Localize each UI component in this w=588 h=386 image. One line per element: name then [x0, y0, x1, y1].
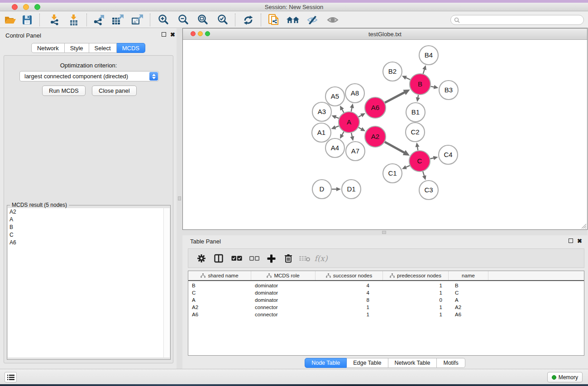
function-builder-icon: f(x) [314, 254, 327, 263]
delete-table-button[interactable] [298, 252, 311, 265]
minimize-view-button[interactable] [198, 31, 203, 36]
table-row[interactable]: A2connector11A2 [188, 304, 584, 311]
mcds-result-list[interactable]: A2ABCA6 [8, 208, 163, 357]
vertical-splitter[interactable] [177, 28, 182, 369]
result-scrollbar[interactable] [163, 208, 170, 357]
tab-motifs[interactable]: Motifs [437, 358, 465, 368]
clone-network-button[interactable] [266, 13, 282, 27]
export-network-icon [93, 14, 105, 26]
tab-network[interactable]: Network [31, 43, 65, 53]
close-panel-button[interactable]: Close panel [92, 86, 137, 96]
column-header-successor-nodes[interactable]: successor nodes [316, 271, 383, 280]
edge-A2-C[interactable] [385, 142, 405, 153]
first-neighbors-button[interactable] [285, 13, 301, 27]
export-network-button[interactable] [91, 13, 107, 27]
show-graphics-details-button[interactable] [325, 13, 341, 27]
import-table-button[interactable] [66, 13, 82, 27]
function-builder-button[interactable]: f(x) [314, 252, 328, 265]
tab-node-table[interactable]: Node Table [305, 358, 347, 368]
result-item[interactable]: A2 [8, 208, 163, 216]
close-view-button[interactable] [191, 31, 196, 36]
zoom-fit-button[interactable] [195, 13, 211, 27]
table-cell: A [188, 296, 251, 304]
float-panel-icon[interactable] [569, 238, 573, 243]
table-cell: A2 [449, 304, 488, 311]
zoom-selected-button[interactable] [215, 13, 231, 27]
splitter-grip[interactable] [382, 231, 386, 234]
arrowhead-icon [422, 65, 426, 70]
open-session-button[interactable] [2, 13, 18, 27]
task-history-button[interactable] [5, 372, 17, 382]
minimize-window-button[interactable] [23, 4, 29, 10]
table-row[interactable]: A6connector11A6 [188, 311, 584, 318]
criterion-select[interactable]: largest connected component (directed) [19, 71, 159, 81]
select-stepper-icon [149, 72, 158, 81]
export-image-button[interactable] [129, 13, 145, 27]
deselect-all-columns-button[interactable] [248, 252, 261, 265]
import-network-button[interactable] [46, 13, 62, 27]
close-panel-icon[interactable]: ✖ [577, 239, 582, 243]
tab-network-table[interactable]: Network Table [388, 358, 437, 368]
float-panel-icon[interactable] [162, 32, 166, 37]
zoom-window-button[interactable] [34, 4, 40, 10]
node-label-C4: C4 [444, 151, 452, 158]
column-label: MCDS role [274, 273, 299, 278]
column-header-name[interactable]: name [449, 271, 488, 280]
network-window-titlebar[interactable]: testGlobe.txt [183, 29, 587, 40]
delete-column-button[interactable] [282, 252, 295, 265]
search-input[interactable] [462, 16, 579, 24]
run-mcds-button[interactable]: Run MCDS [42, 86, 86, 96]
column-header-predecessor-nodes[interactable]: predecessor nodes [383, 271, 449, 280]
node-label-B: B [418, 80, 422, 88]
column-label: name [462, 273, 475, 278]
network-title: testGlobe.txt [183, 29, 587, 40]
select-all-columns-button[interactable] [230, 252, 244, 265]
result-item[interactable]: A [8, 216, 163, 224]
result-item[interactable]: C [8, 231, 163, 239]
tab-edge-table[interactable]: Edge Table [347, 358, 388, 368]
horizontal-splitter[interactable] [182, 230, 588, 235]
column-browser-button[interactable] [212, 252, 225, 265]
column-browser-icon [214, 254, 223, 263]
export-table-button[interactable] [110, 13, 126, 27]
splitter-grip[interactable] [178, 196, 181, 200]
table-cell: 1 [383, 311, 449, 318]
node-table[interactable]: shared nameMCDS rolesuccessor nodesprede… [188, 271, 584, 356]
zoom-out-button[interactable] [175, 13, 191, 27]
node-label-A5: A5 [331, 92, 339, 100]
desktop-strip [0, 384, 588, 386]
result-item[interactable]: A6 [8, 239, 163, 247]
tab-mcds[interactable]: MCDS [117, 43, 145, 53]
table-row[interactable]: Bdominator41B [188, 282, 584, 289]
gear-icon [197, 254, 206, 263]
add-column-button[interactable] [264, 252, 278, 265]
close-panel-icon[interactable]: ✖ [170, 33, 175, 37]
column-header-MCDS-role[interactable]: MCDS role [251, 271, 316, 280]
table-cell: 1 [383, 282, 449, 289]
table-row[interactable]: Cdominator41C [188, 289, 584, 296]
edge-A6-B[interactable] [385, 92, 405, 103]
network-graph-canvas[interactable]: B4B2BB3A8A5A6A3B1AA1C2A2A4A7C4CC1C3DD1 [183, 40, 587, 229]
refresh-view-button[interactable] [240, 13, 256, 27]
table-row[interactable]: Adominator80A [188, 296, 584, 304]
tab-select[interactable]: Select [89, 43, 117, 53]
network-view-window: testGlobe.txt B4B2BB3A8A5A6A3B1AA1C2A2A4… [182, 28, 588, 230]
zoom-view-button[interactable] [205, 31, 210, 36]
open-session-icon [4, 14, 16, 25]
save-session-button[interactable] [19, 13, 35, 27]
network-search-box[interactable] [450, 15, 584, 25]
hide-graphics-details-button[interactable] [304, 13, 320, 27]
shared-column-icon [326, 273, 331, 278]
resize-grip-icon[interactable] [580, 223, 587, 229]
zoom-in-button[interactable] [155, 13, 172, 27]
result-item[interactable]: B [8, 224, 163, 231]
close-window-button[interactable] [12, 4, 18, 10]
memory-button[interactable]: Memory [547, 372, 583, 382]
table-cell: A2 [188, 304, 251, 311]
table-cell: C [188, 289, 251, 296]
column-header-shared-name[interactable]: shared name [188, 271, 251, 280]
control-panel-title: Control Panel [5, 32, 41, 39]
tab-style[interactable]: Style [65, 43, 89, 53]
gear-button[interactable] [195, 252, 208, 265]
mcds-panel: Optimization criterion: largest connecte… [4, 55, 173, 363]
